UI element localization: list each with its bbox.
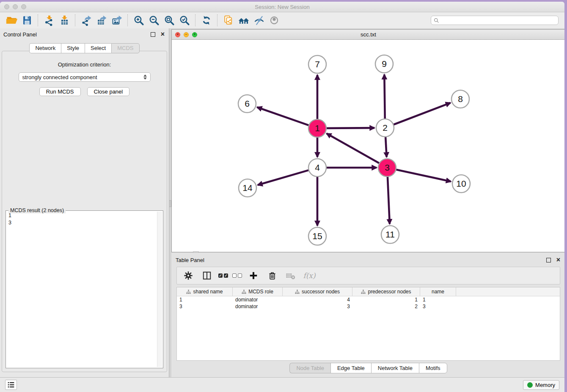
export-table-button[interactable] (94, 14, 109, 27)
tab-edge-table[interactable]: Edge Table (330, 363, 371, 373)
deselect-all-button[interactable] (232, 273, 242, 278)
mcds-tab-content: Optimization criterion: strongly connect… (2, 51, 167, 372)
table-row[interactable]: 1dominator411 (177, 296, 560, 303)
show-graphics-details-button[interactable] (267, 14, 282, 27)
delete-column-button[interactable] (265, 268, 279, 283)
mcds-result-line: 3 (8, 219, 156, 226)
table-settings-button[interactable] (181, 268, 195, 283)
float-panel-icon[interactable] (151, 32, 155, 37)
column-header-successor-nodes[interactable]: successor nodes (283, 287, 352, 296)
close-panel-icon[interactable]: × (161, 32, 165, 36)
result-scrollbar[interactable] (157, 212, 162, 367)
network-canvas[interactable]: 7968124314101511 (172, 40, 564, 252)
tab-motifs[interactable]: Motifs (419, 363, 447, 373)
maximize-window-icon[interactable] (21, 4, 26, 9)
graph-node-14[interactable]: 14 (239, 179, 256, 197)
add-column-button[interactable] (246, 268, 261, 283)
refresh-view-button[interactable] (199, 14, 214, 27)
graph-edge-1-2[interactable] (326, 128, 374, 128)
close-table-panel-icon[interactable]: × (556, 258, 560, 262)
column-header-mcds-role[interactable]: MCDS role (233, 287, 283, 296)
zoom-in-button[interactable] (131, 14, 146, 27)
tab-node-table[interactable]: Node Table (289, 363, 330, 373)
table-row[interactable]: 3dominator323 (177, 303, 560, 310)
column-header-shared-name[interactable]: shared name (177, 287, 233, 296)
app-window: Session: New Session (0, 2, 564, 392)
export-network-button[interactable] (79, 14, 94, 27)
network-maximize-icon[interactable]: + (192, 32, 197, 37)
memory-status-icon (527, 382, 533, 388)
zoom-out-button[interactable] (146, 14, 162, 27)
graph-edge-1-6[interactable] (257, 107, 309, 125)
vertical-splitter-handle[interactable] (169, 200, 171, 207)
open-session-button[interactable] (4, 14, 19, 27)
save-session-button[interactable] (19, 14, 35, 27)
zoom-fit-button[interactable] (162, 14, 177, 27)
clear-table-button[interactable] (284, 268, 298, 283)
table-cell: 1 (352, 297, 420, 303)
minimize-window-icon[interactable] (13, 4, 18, 9)
refresh-icon (201, 15, 212, 26)
tab-mcds[interactable]: MCDS (111, 43, 139, 53)
network-close-icon[interactable]: × (175, 32, 180, 37)
select-all-button[interactable]: ✓ ✓ (218, 273, 228, 278)
tab-style[interactable]: Style (61, 43, 85, 53)
criterion-dropdown[interactable]: strongly connected component (19, 72, 151, 82)
graph-node-15[interactable]: 15 (308, 227, 326, 245)
save-floppy-icon (22, 15, 33, 26)
network-minimize-icon[interactable]: − (184, 32, 189, 37)
graph-edge-2-3[interactable] (385, 137, 387, 157)
graph-node-11[interactable]: 11 (381, 226, 399, 243)
graph-edge-4-14[interactable] (258, 170, 309, 185)
import-table-button[interactable] (57, 14, 72, 27)
control-panel-title: Control Panel (3, 31, 37, 38)
tab-network-table[interactable]: Network Table (371, 363, 419, 373)
table-cell: 3 (177, 304, 233, 309)
graph-node-4[interactable]: 4 (308, 159, 326, 177)
memory-button[interactable]: Memory (523, 380, 559, 390)
gear-icon (183, 271, 193, 281)
close-panel-button[interactable]: Close panel (87, 87, 130, 96)
control-panel-tabs: NetworkStyleSelectMCDS (0, 43, 169, 53)
mcds-result-list: 13 (8, 212, 156, 367)
tab-select[interactable]: Select (85, 43, 111, 53)
graph-node-7[interactable]: 7 (308, 55, 326, 73)
graph-node-6[interactable]: 6 (238, 95, 256, 113)
node-table-header: shared nameMCDS rolesuccessor nodesprede… (177, 287, 560, 296)
graph-edge-3-10[interactable] (396, 169, 451, 181)
zoom-selected-button[interactable] (177, 14, 192, 27)
export-image-button[interactable] (109, 14, 124, 27)
search-input[interactable] (441, 17, 556, 24)
graph-edge-2-8[interactable] (394, 103, 451, 125)
window-traffic-lights (4, 4, 26, 9)
graph-node-2[interactable]: 2 (376, 119, 394, 137)
graph-edge-2-9[interactable] (384, 75, 385, 119)
home-networks-button[interactable] (236, 14, 251, 27)
duplicate-network-button[interactable] (221, 14, 236, 27)
toolbar-separator (38, 14, 39, 26)
table-cell: 1 (420, 297, 456, 303)
unchecked-box-icon (238, 273, 242, 278)
run-mcds-button[interactable]: Run MCDS (39, 87, 81, 96)
status-bar: Memory (0, 377, 564, 392)
split-panel-button[interactable] (200, 268, 214, 283)
close-window-icon[interactable] (4, 4, 9, 9)
graph-node-9[interactable]: 9 (375, 55, 393, 73)
column-tree-icon (186, 290, 191, 294)
column-header-predecessor-nodes[interactable]: predecessor nodes (352, 287, 420, 296)
graph-node-10[interactable]: 10 (452, 175, 470, 193)
tab-network[interactable]: Network (29, 43, 61, 53)
column-header-name[interactable]: name (420, 287, 456, 296)
graph-edge-3-1[interactable] (327, 133, 380, 163)
import-network-button[interactable] (41, 14, 57, 27)
graph-node-8[interactable]: 8 (451, 90, 469, 108)
graph-edge-3-11[interactable] (388, 177, 390, 224)
float-table-panel-icon[interactable] (546, 258, 551, 262)
hide-graphics-details-button[interactable] (251, 14, 267, 27)
graph-node-1[interactable]: 1 (308, 119, 326, 137)
graph-node-3[interactable]: 3 (378, 159, 396, 177)
column-header-label: name (432, 289, 444, 295)
task-history-button[interactable] (5, 380, 17, 390)
function-builder-button[interactable]: f(x) (302, 268, 317, 283)
main-toolbar (0, 12, 564, 29)
